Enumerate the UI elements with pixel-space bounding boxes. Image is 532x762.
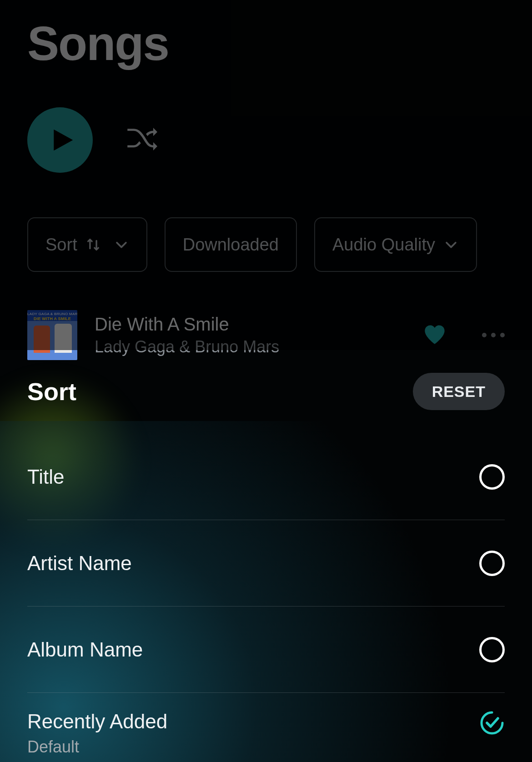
reset-button[interactable]: RESET: [413, 373, 505, 410]
sort-chip-label: Sort: [45, 235, 77, 255]
sort-option-label: Artist Name: [27, 552, 132, 575]
radio-empty-icon: [479, 464, 505, 490]
album-cover-artists: LADY GAGA & BRUNO MARS: [27, 312, 77, 316]
sort-sheet-title: Sort: [27, 377, 76, 406]
play-button[interactable]: [27, 107, 93, 173]
sort-option-label: Album Name: [27, 638, 143, 661]
sort-option-title[interactable]: Title: [27, 434, 505, 520]
sort-option-album[interactable]: Album Name: [27, 607, 505, 693]
shuffle-icon: [126, 126, 157, 152]
dot-icon: [491, 333, 496, 337]
radio-checked-icon: [479, 710, 505, 736]
sort-option-label: Title: [27, 466, 65, 488]
like-button[interactable]: [423, 323, 447, 347]
shuffle-button[interactable]: [126, 126, 157, 154]
downloaded-chip-label: Downloaded: [183, 235, 279, 255]
heart-icon: [423, 323, 447, 345]
dot-icon: [482, 333, 487, 337]
sort-option-sublabel: Default: [27, 737, 167, 757]
page-title: Songs: [27, 16, 505, 71]
dot-icon: [500, 333, 505, 337]
sort-option-label: Recently Added: [27, 710, 167, 733]
radio-empty-icon: [479, 637, 505, 662]
downloaded-chip[interactable]: Downloaded: [165, 217, 297, 272]
chevron-down-icon: [443, 237, 459, 252]
sort-sheet: Sort RESET Title Artist Name Album Name …: [0, 350, 532, 762]
song-title: Die With A Smile: [95, 314, 406, 335]
sort-option-recent[interactable]: Recently Added Default: [27, 693, 505, 762]
chevron-down-icon: [114, 237, 129, 252]
play-icon: [50, 127, 75, 153]
sort-chip[interactable]: Sort: [27, 217, 147, 272]
audio-quality-chip[interactable]: Audio Quality: [314, 217, 477, 272]
sort-arrows-icon: [85, 237, 101, 252]
audio-quality-chip-label: Audio Quality: [332, 235, 435, 255]
album-cover-title: DIE WITH A SMILE: [27, 316, 77, 321]
radio-empty-icon: [479, 551, 505, 576]
sort-option-artist[interactable]: Artist Name: [27, 520, 505, 607]
more-button[interactable]: [482, 333, 505, 337]
